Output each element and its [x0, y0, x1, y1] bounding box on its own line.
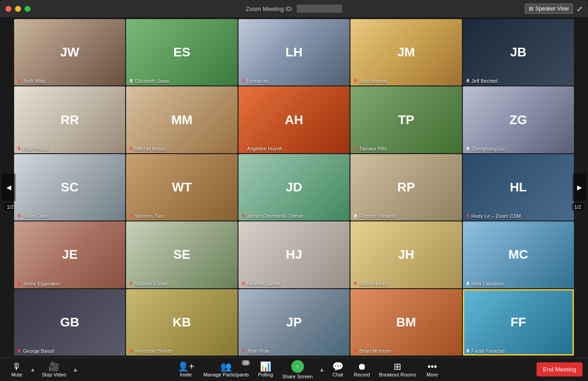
muted-mic-icon: [17, 79, 21, 83]
muted-mic-icon: [466, 214, 470, 218]
muted-mic-icon: [17, 349, 21, 353]
toolbar-center: 👤+ Invite 28 👥 Manage Participants 📊 Pol…: [173, 358, 444, 381]
participant-video: TP: [350, 86, 461, 153]
close-button[interactable]: [5, 6, 11, 12]
video-cell[interactable]: SCShari Clare: [14, 154, 125, 221]
nav-next-button[interactable]: ▶: [573, 174, 586, 201]
participant-video: MM: [126, 86, 237, 153]
manage-participants-button[interactable]: 28 👥 Manage Participants: [199, 358, 253, 381]
share-screen-caret[interactable]: ▲: [317, 358, 326, 381]
video-cell[interactable]: MCMatt Caballero: [463, 221, 574, 288]
video-cell[interactable]: AHAngeline Huynh: [238, 86, 350, 153]
share-screen-arrow-icon: ↑: [296, 363, 299, 370]
video-cell[interactable]: JDJames Desmond– Denve...: [238, 154, 350, 221]
breakout-rooms-button[interactable]: ⊞ Breakout Rooms: [375, 358, 421, 381]
video-cell[interactable]: RPRozette Pasahol: [350, 154, 461, 221]
participant-video: BM: [350, 289, 461, 356]
participant-video: MC: [463, 221, 574, 288]
breakout-rooms-icon: ⊞: [394, 362, 401, 371]
participant-name-label: John Poje: [241, 348, 269, 354]
participant-video: JP: [238, 289, 350, 356]
video-cell[interactable]: MMMitchel Mayes: [126, 86, 237, 153]
participant-video: ZG: [463, 86, 574, 153]
muted-mic-icon: [241, 214, 246, 218]
unmuted-mic-icon: [466, 146, 470, 151]
video-cell[interactable]: BMBrian McIntyre: [350, 289, 461, 356]
video-cell[interactable]: JWJosh Witty: [14, 19, 125, 85]
top-right-controls: ⊞ Speaker View ⤢: [525, 4, 583, 14]
stop-video-caret[interactable]: ▲: [71, 358, 80, 381]
video-cell[interactable]: JMJohn Mensik: [350, 19, 461, 85]
participant-name-label: Josh Witty: [17, 78, 46, 84]
share-screen-button[interactable]: ↑ Share Screen: [278, 358, 317, 381]
share-screen-icon: ↑: [291, 360, 304, 373]
video-cell[interactable]: WTWinston Twu: [126, 154, 237, 221]
chat-button[interactable]: 💬 Chat: [326, 358, 349, 381]
meeting-id-label: Zoom Meeting ID:: [246, 5, 293, 12]
muted-mic-icon: [353, 281, 358, 286]
participant-video: AH: [238, 86, 350, 153]
polling-button[interactable]: 📊 Polling: [253, 358, 278, 381]
muted-mic-icon: [241, 349, 246, 353]
share-screen-label: Share Screen: [282, 374, 313, 379]
stop-video-caret-icon: ▲: [73, 366, 78, 373]
participant-name-label: Rob Rinsky: [17, 146, 48, 151]
video-cell[interactable]: JHJustin Henry: [350, 221, 461, 288]
nav-prev-button[interactable]: ◀: [2, 174, 15, 201]
grid-icon: ⊞: [529, 5, 533, 12]
video-cell[interactable]: JPJohn Poje: [238, 289, 350, 356]
participant-video: GB: [14, 289, 125, 356]
participant-video: JD: [238, 154, 350, 221]
mute-button[interactable]: 🎙 Mute: [5, 358, 28, 381]
participant-video: KB: [126, 289, 237, 356]
record-button[interactable]: ⏺ Record: [349, 358, 374, 381]
title-bar: Zoom Meeting ID: ⊞ Speaker View ⤢: [0, 0, 588, 17]
mute-caret[interactable]: ▲: [28, 358, 37, 381]
video-cell[interactable]: HJHeather Jarrett: [238, 221, 350, 288]
video-cell[interactable]: LHLynna Hu: [238, 19, 350, 85]
toolbar-right: End Meeting: [537, 362, 583, 376]
video-grid: JWJosh WittyESElizabeth SwanLHLynna HuJM…: [14, 19, 574, 356]
unmuted-mic-icon: [466, 349, 470, 353]
video-cell[interactable]: JBJeff Bechtel: [463, 19, 574, 85]
participant-name-label: Brian McIntyre: [353, 348, 391, 354]
muted-mic-icon: [241, 146, 246, 151]
stop-video-button[interactable]: 🎥 Stop Video: [37, 358, 71, 381]
video-cell[interactable]: GBGeorge Bassil: [14, 289, 125, 356]
more-icon: •••: [427, 362, 437, 371]
participant-video: WT: [126, 154, 237, 221]
unmuted-mic-icon: [129, 79, 133, 83]
video-cell[interactable]: ESElizabeth Swan: [126, 19, 237, 85]
video-cell[interactable]: FFFarah Faraclas: [463, 289, 574, 356]
participant-video: ES: [126, 19, 237, 85]
end-meeting-button[interactable]: End Meeting: [537, 362, 583, 376]
video-cell[interactable]: SESubriah Esharc: [126, 221, 237, 288]
more-button[interactable]: ••• More: [421, 358, 444, 381]
participant-name-label: Heather Jarrett: [241, 281, 280, 286]
participant-video: JW: [14, 19, 125, 85]
muted-mic-icon: [17, 281, 21, 286]
minimize-button[interactable]: [15, 6, 21, 12]
muted-mic-icon: [129, 146, 133, 151]
video-cell[interactable]: HLHuey Le – Zoom CSM: [463, 154, 574, 221]
share-screen-caret-icon: ▲: [319, 366, 324, 373]
video-cell[interactable]: RRRob Rinsky: [14, 86, 125, 153]
unmuted-mic-icon: [466, 281, 470, 286]
video-cell[interactable]: ZGZhenghang Gu: [463, 86, 574, 153]
muted-mic-icon: [241, 281, 246, 286]
muted-mic-icon: [241, 79, 246, 83]
video-cell[interactable]: KBKerushan Bisetty: [126, 289, 237, 356]
video-cell[interactable]: TPTamara Pitts: [350, 86, 461, 153]
maximize-button[interactable]: [25, 6, 30, 12]
chat-icon: 💬: [332, 362, 344, 371]
video-cell[interactable]: JEJenny Eggimann: [14, 221, 125, 288]
invite-button[interactable]: 👤+ Invite: [173, 358, 199, 381]
participant-name-label: Elizabeth Swan: [129, 78, 169, 84]
muted-mic-icon: [353, 349, 358, 353]
participant-name-label: Mitchel Mayes: [129, 146, 167, 151]
polling-label: Polling: [258, 372, 273, 377]
participant-video: SC: [14, 154, 125, 221]
speaker-view-button[interactable]: ⊞ Speaker View: [525, 4, 573, 14]
fullscreen-button[interactable]: ⤢: [577, 5, 583, 13]
participant-name-label: Kerushan Bisetty: [129, 348, 172, 354]
